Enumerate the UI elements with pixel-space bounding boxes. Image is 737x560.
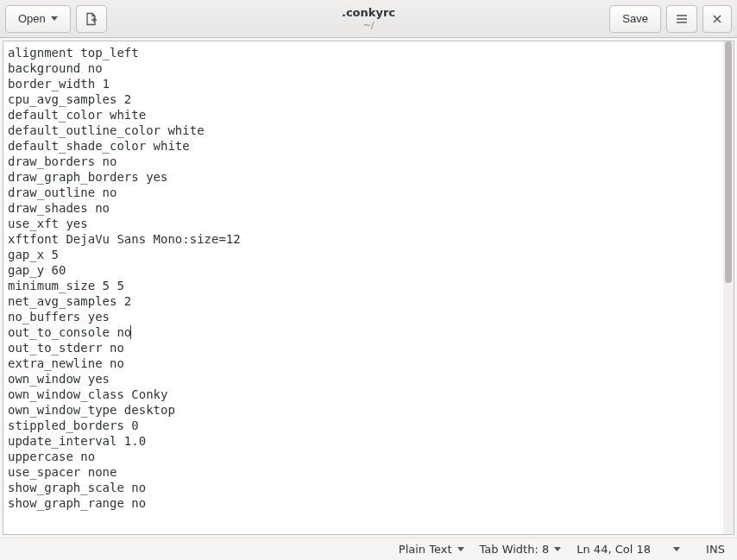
header-left: Open [5,5,107,33]
text-line: own_window yes [8,371,719,387]
text-line: use_spacer none [8,464,719,480]
text-line: own_window_type desktop [8,402,719,418]
syntax-label: Plain Text [399,543,452,556]
hamburger-icon [675,12,689,26]
text-line: out_to_console no [8,324,719,340]
text-line: alignment top_left [8,45,719,60]
insert-mode[interactable]: INS [702,543,728,556]
text-line: background no [8,60,719,76]
open-label: Open [18,12,46,25]
tab-width-selector[interactable]: Tab Width: 8 [480,543,562,556]
header-right: Save [609,5,732,33]
text-line: uppercase no [8,449,719,464]
text-line: default_color white [8,107,719,123]
text-line: default_shade_color white [8,138,719,154]
text-line: own_window_class Conky [8,387,719,402]
chevron-down-icon [51,16,58,21]
text-line: extra_newline no [8,356,719,371]
title-area: .conkyrc ~/ [342,6,395,31]
text-line: net_avg_samples 2 [8,293,719,309]
text-line: minimum_size 5 5 [8,278,719,293]
header-bar: Open .conkyrc ~/ Save [0,0,737,38]
statusbar: Plain Text Tab Width: 8 Ln 44, Col 18 IN… [0,538,737,560]
text-line: show_graph_range no [8,495,719,511]
new-document-icon [85,12,98,26]
vertical-scrollbar[interactable] [723,41,734,534]
text-line: out_to_stderr no [8,340,719,356]
text-line: update_interval 1.0 [8,433,719,449]
text-line: gap_x 5 [8,247,719,262]
chevron-down-icon [457,547,464,551]
status-dropdown[interactable] [666,547,687,551]
scrollbar-thumb[interactable] [725,41,732,283]
editor-content[interactable]: alignment top_leftbackground noborder_wi… [3,41,723,534]
editor-area: alignment top_leftbackground noborder_wi… [3,41,734,535]
text-line: cpu_avg_samples 2 [8,91,719,107]
close-button[interactable] [702,5,732,33]
text-line: no_buffers yes [8,309,719,324]
text-line: draw_shades no [8,200,719,216]
text-cursor [130,325,131,339]
text-line: xftfont DejaVu Sans Mono:size=12 [8,231,719,247]
text-line: gap_y 60 [8,262,719,278]
text-line: draw_graph_borders yes [8,169,719,185]
text-line: stippled_borders 0 [8,418,719,433]
text-line: show_graph_scale no [8,480,719,495]
text-line: border_width 1 [8,76,719,91]
menu-button[interactable] [666,5,697,33]
chevron-down-icon [673,547,680,551]
new-tab-button[interactable] [76,5,107,33]
close-icon [711,13,723,25]
window-subtitle: ~/ [363,20,375,31]
text-line: use_xft yes [8,216,719,231]
text-line: draw_outline no [8,185,719,200]
tab-width-label: Tab Width: 8 [480,543,550,556]
text-line: default_outline_color white [8,123,719,138]
cursor-position[interactable]: Ln 44, Col 18 [576,543,651,556]
syntax-selector[interactable]: Plain Text [399,543,464,556]
save-label: Save [622,12,648,25]
text-line: draw_borders no [8,154,719,169]
position-label: Ln 44, Col 18 [576,543,651,556]
window-title: .conkyrc [342,6,395,20]
open-button[interactable]: Open [5,5,71,33]
chevron-down-icon [554,547,561,551]
save-button[interactable]: Save [609,5,661,33]
